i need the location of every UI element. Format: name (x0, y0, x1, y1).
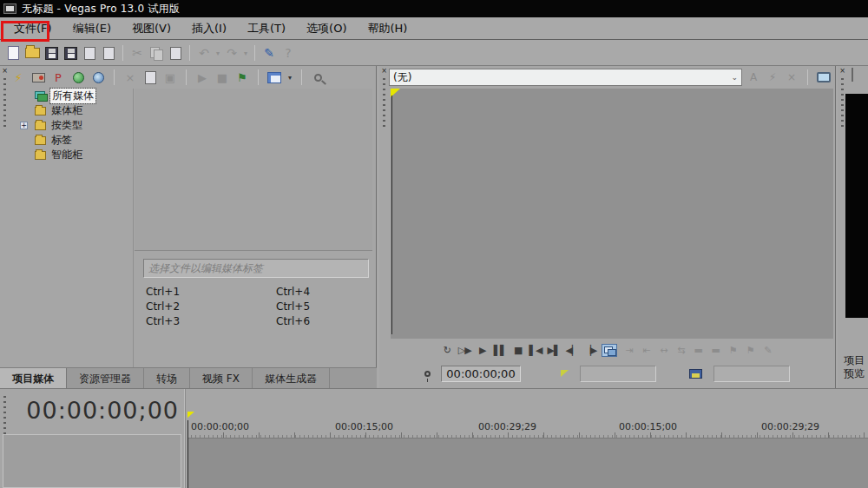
close-icon[interactable]: × (1, 67, 9, 75)
go-to-start-button[interactable]: ▌◀ (529, 343, 542, 357)
tree-item-smart-bins[interactable]: 智能柜 (10, 148, 133, 162)
trimmer-status-fields: 00:00:00;00 (379, 363, 835, 384)
stop-button[interactable]: ■ (512, 343, 524, 357)
menu-options[interactable]: 选项(O) (298, 18, 355, 39)
rename-media-button[interactable]: A (746, 69, 761, 85)
drag-handle[interactable] (383, 78, 385, 130)
menu-view[interactable]: 视图(V) (123, 18, 180, 39)
copy-button[interactable] (147, 43, 166, 63)
tag-editor-input[interactable] (143, 259, 369, 278)
timeline-cursor-marker-icon[interactable] (187, 412, 194, 420)
remove-media-button[interactable]: × (122, 69, 139, 86)
open-in-editor-button[interactable] (99, 43, 118, 63)
go-to-end-button[interactable]: ▶▌ (548, 343, 561, 357)
close-icon[interactable]: × (838, 67, 846, 75)
stop-preview-button[interactable]: ■ (214, 69, 231, 86)
edit-tool-button[interactable]: ✎ (260, 43, 279, 63)
media-fx-button[interactable]: ▣ (161, 69, 179, 86)
next-frame-button[interactable]: ▕▶ (583, 343, 596, 357)
marker-name-field[interactable] (580, 366, 656, 382)
start-preview-button[interactable]: ▶ (194, 69, 211, 86)
menu-tools[interactable]: 工具(T) (239, 18, 294, 39)
media-properties-icon (145, 71, 156, 84)
menu-insert[interactable]: 插入(I) (183, 18, 235, 39)
track-area[interactable] (187, 438, 868, 488)
trimmer-media-select[interactable]: (无) ⌄ (389, 69, 742, 86)
media-fx-plugin-button[interactable]: ⚡ (765, 69, 780, 85)
add-across-time-button[interactable]: ⇥ (622, 343, 635, 357)
add-across-tracks-button[interactable]: ⇤ (640, 343, 652, 357)
sync-cursor-button[interactable] (602, 344, 617, 357)
expand-plus-icon[interactable]: + (20, 122, 28, 129)
play-button[interactable]: ▶ (477, 343, 489, 357)
edit-details-button[interactable]: ✎ (761, 343, 773, 357)
paste-button[interactable] (166, 43, 185, 63)
preview-properties-button[interactable] (852, 69, 853, 81)
extract-audio-icon: P (55, 71, 62, 84)
play-from-start-button[interactable]: ▷▶ (458, 343, 471, 357)
fit-selection-button[interactable]: ↔ (657, 343, 669, 357)
rename-icon: A (750, 71, 757, 83)
menu-file[interactable]: 文件(F) (5, 18, 61, 39)
previous-frame-button[interactable]: ◀▏ (565, 343, 578, 357)
tab-media-generators[interactable]: 媒体生成器 (253, 368, 330, 388)
properties-button[interactable] (80, 43, 99, 63)
timeline-ruler-region[interactable]: 00:00:00;00 00:00:15;00 00:00:29;29 00:0… (187, 389, 868, 488)
tab-explorer[interactable]: 资源管理器 (67, 368, 144, 388)
import-media-button[interactable]: ⚡ (10, 69, 27, 86)
redo-dropdown[interactable]: ▾ (241, 49, 250, 57)
cut-button[interactable]: ✂ (128, 43, 147, 63)
media-name-field[interactable] (713, 366, 790, 382)
open-button[interactable] (23, 43, 42, 63)
timeline-big-timecode[interactable]: 00:00:00;00 (0, 397, 179, 424)
tree-item-all-media[interactable]: 所有媒体 (10, 89, 133, 103)
hover-scrub-button[interactable]: ⚑ (233, 69, 251, 86)
trimmer-display-area[interactable] (391, 89, 833, 339)
get-media-web-button[interactable] (69, 69, 87, 86)
tab-transitions[interactable]: 转场 (144, 368, 190, 388)
media-properties-button[interactable] (141, 69, 159, 86)
redo-button[interactable]: ↷ (222, 43, 241, 63)
tree-item-media-bins[interactable]: 媒体柜 (10, 103, 133, 118)
capture-video-button[interactable] (30, 69, 47, 86)
tree-item-by-type[interactable]: + 按类型 (10, 118, 133, 133)
track-header-area[interactable] (3, 434, 181, 488)
loop-playback-button[interactable]: ↻ (441, 343, 453, 357)
tab-video-fx[interactable]: 视频 FX (190, 368, 253, 388)
search-button[interactable] (309, 69, 326, 86)
tree-item-tags[interactable]: 标签 (10, 133, 133, 148)
drag-handle[interactable] (3, 78, 6, 130)
search-media-button[interactable] (89, 69, 107, 86)
media-list-view[interactable] (135, 89, 372, 251)
trimmer-timecode-field[interactable]: 00:00:00;00 (441, 366, 521, 382)
chevron-down-icon: ⌄ (731, 73, 738, 82)
insert-region-button[interactable]: ⚑ (744, 343, 756, 357)
media-panel-grip[interactable]: × (0, 66, 10, 388)
vegas-pro-window: 无标题 - Vegas Pro 13.0 试用版 文件(F) 编辑(E) 视图(… (0, 0, 868, 488)
views-button[interactable] (266, 69, 283, 86)
create-reversed-subclip-button[interactable]: ▬ (709, 343, 721, 357)
insert-marker-button[interactable]: ⚑ (727, 343, 739, 357)
render-as-button[interactable] (61, 43, 80, 63)
menu-help[interactable]: 帮助(H) (359, 18, 417, 39)
drag-handle[interactable] (841, 78, 844, 130)
track-header-divider[interactable] (184, 389, 186, 488)
create-subclip-button[interactable]: ▬ (692, 343, 704, 357)
views-dropdown[interactable]: ▾ (286, 74, 294, 82)
tab-project-media[interactable]: 项目媒体 (0, 368, 67, 388)
undo-dropdown[interactable]: ▾ (214, 49, 222, 57)
external-monitor-button[interactable] (816, 69, 832, 85)
trimmer-grip[interactable]: × (379, 66, 389, 388)
save-button[interactable] (42, 43, 61, 63)
whats-this-help-button[interactable]: ? (279, 43, 298, 63)
remove-from-trimmer-button[interactable]: × (784, 69, 799, 85)
select-in-out-button[interactable]: ⇆ (674, 343, 687, 357)
undo-button[interactable]: ↶ (194, 43, 214, 63)
new-project-button[interactable] (3, 43, 23, 63)
close-icon[interactable]: × (380, 67, 388, 75)
trimmer-cursor[interactable] (391, 96, 392, 334)
timeline-edit-cursor[interactable] (187, 420, 188, 488)
extract-audio-cd-button[interactable]: P (49, 69, 67, 86)
pause-button[interactable]: ▌▌ (494, 343, 507, 357)
menu-edit[interactable]: 编辑(E) (64, 18, 120, 39)
